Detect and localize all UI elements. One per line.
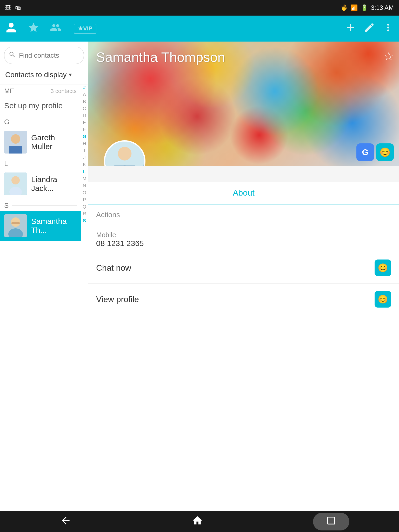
home-button[interactable] xyxy=(181,512,214,531)
shopping-icon: 🛍 xyxy=(15,4,21,11)
alpha-hash[interactable]: # xyxy=(81,84,88,91)
section-me: ME 3 contacts xyxy=(0,84,81,96)
status-time: 3:13 AM xyxy=(371,4,394,11)
section-letter-l: L xyxy=(4,160,9,168)
liandra-avatar xyxy=(4,172,27,195)
alpha-s[interactable]: S xyxy=(81,217,88,224)
alpha-k[interactable]: K xyxy=(81,161,88,168)
nav-tab-vip[interactable]: ★VIP xyxy=(74,24,96,34)
more-options-button[interactable] xyxy=(382,22,394,36)
main-content: 🎤 Contacts to display ▾ ME 3 contacts Se… xyxy=(0,42,399,511)
right-panel: Samantha Thompson ☆ G 😊 About xyxy=(88,42,399,511)
alpha-m[interactable]: M xyxy=(81,175,88,182)
alpha-index: # A B C D E F G H I J K L M N O P Q R S xyxy=(81,83,88,511)
edit-button[interactable] xyxy=(364,22,375,36)
alpha-c[interactable]: C xyxy=(81,105,88,112)
alpha-l[interactable]: L xyxy=(81,168,88,175)
nav-tab-favorites[interactable] xyxy=(28,22,39,36)
top-nav: ★VIP xyxy=(0,16,399,42)
alpha-g[interactable]: G xyxy=(81,133,88,140)
samantha-avatar xyxy=(4,214,27,237)
mobile-info: Mobile 08 1231 2365 xyxy=(88,227,399,252)
alpha-j[interactable]: J xyxy=(81,154,88,161)
alpha-n[interactable]: N xyxy=(81,182,88,189)
status-icons-right: 🖐 📶 🔋 3:13 AM xyxy=(341,4,394,11)
nav-tabs: ★VIP xyxy=(5,22,96,36)
battery-icon: 🔋 xyxy=(361,4,368,11)
contacts-list: ME 3 contacts Set up my profile G xyxy=(0,84,88,511)
add-contact-button[interactable] xyxy=(344,22,356,36)
alpha-f[interactable]: F xyxy=(81,126,88,133)
svg-point-1 xyxy=(11,134,20,144)
profile-name-overlay: Samantha Thompson xyxy=(96,49,378,65)
gareth-name: Gareth Muller xyxy=(31,133,77,151)
view-profile-label: View profile xyxy=(96,295,139,304)
alpha-o[interactable]: O xyxy=(81,189,88,196)
search-container: 🎤 xyxy=(0,42,88,66)
nav-tab-contacts[interactable] xyxy=(5,22,17,36)
section-letter-g: G xyxy=(4,118,9,126)
svg-rect-10 xyxy=(11,222,20,224)
google-badge: G xyxy=(356,143,374,161)
chat-now-label: Chat now xyxy=(96,263,131,273)
alpha-b[interactable]: B xyxy=(81,98,88,105)
profile-tabs: About xyxy=(88,182,399,204)
list-item[interactable]: Samantha Th... xyxy=(0,211,81,241)
alpha-h[interactable]: H xyxy=(81,140,88,147)
chat-emoji-icon: 😊 xyxy=(378,263,388,273)
status-icons-left: 🖼 🛍 xyxy=(5,4,21,11)
bottom-nav xyxy=(0,511,399,532)
setup-profile-label: Set up my profile xyxy=(4,101,63,110)
section-s: S xyxy=(0,199,81,211)
gareth-avatar xyxy=(4,131,27,154)
search-icon xyxy=(9,51,16,60)
wifi-icon: 📶 xyxy=(351,4,358,11)
alpha-a[interactable]: A xyxy=(81,91,88,98)
section-line-s xyxy=(12,205,77,206)
favorite-star-button[interactable]: ☆ xyxy=(384,49,394,63)
list-item[interactable]: Gareth Muller xyxy=(0,127,81,157)
section-line-l xyxy=(12,164,77,164)
section-line xyxy=(17,91,48,91)
search-box: 🎤 xyxy=(4,47,84,64)
view-profile-icon: 😊 xyxy=(375,291,391,308)
alpha-d[interactable]: D xyxy=(81,112,88,119)
profile-header: Samantha Thompson ☆ G 😊 xyxy=(88,42,399,166)
svg-point-12 xyxy=(118,147,132,161)
actions-header: Actions xyxy=(96,211,391,219)
alpha-p[interactable]: P xyxy=(81,196,88,203)
mobile-number: 08 1231 2365 xyxy=(96,239,391,248)
contacts-filter[interactable]: Contacts to display ▾ xyxy=(0,66,88,84)
section-count-me: 3 contacts xyxy=(51,88,77,95)
alpha-q[interactable]: Q xyxy=(81,203,88,210)
status-bar: 🖼 🛍 🖐 📶 🔋 3:13 AM xyxy=(0,0,399,16)
alpha-r[interactable]: R xyxy=(81,210,88,217)
back-button[interactable] xyxy=(50,512,82,531)
section-l: L xyxy=(0,157,81,169)
liandra-name: Liandra Jack... xyxy=(31,175,77,193)
app-badges: G 😊 xyxy=(356,143,394,161)
recent-apps-button[interactable] xyxy=(313,513,349,530)
profile-name: Samantha Thompson xyxy=(96,50,225,65)
actions-divider xyxy=(124,215,391,215)
alpha-e[interactable]: E xyxy=(81,119,88,126)
mobile-label: Mobile xyxy=(96,231,391,239)
alpha-i[interactable]: I xyxy=(81,147,88,154)
svg-rect-3 xyxy=(9,146,22,154)
section-letter-me: ME xyxy=(4,87,14,95)
tab-about[interactable]: About xyxy=(88,182,399,204)
samantha-list-name: Samantha Th... xyxy=(31,217,77,235)
list-item[interactable]: Liandra Jack... xyxy=(0,169,81,199)
setup-profile-item[interactable]: Set up my profile xyxy=(0,96,81,115)
profile-content: Actions Mobile 08 1231 2365 Chat now 😊 V… xyxy=(88,204,399,511)
chat-now-icon: 😊 xyxy=(375,260,391,276)
actions-section: Actions xyxy=(88,204,399,227)
view-profile-emoji-icon: 😊 xyxy=(378,294,388,304)
section-letter-s: S xyxy=(4,202,9,210)
chat-now-row[interactable]: Chat now 😊 xyxy=(88,252,399,283)
chat-app-badge: 😊 xyxy=(376,143,394,161)
chevron-down-icon: ▾ xyxy=(69,71,72,78)
section-g: G xyxy=(0,115,81,127)
nav-tab-groups[interactable] xyxy=(50,22,63,36)
view-profile-row[interactable]: View profile 😊 xyxy=(88,283,399,315)
